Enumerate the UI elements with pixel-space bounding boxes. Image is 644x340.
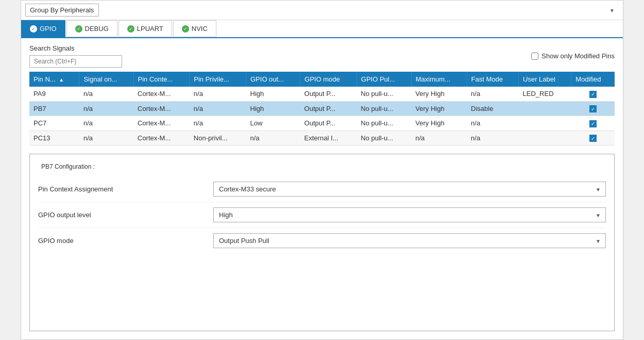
config-label-pin_context_assignment: Pin Context Assignement [38,185,213,193]
cell-modified[interactable]: ✓ [571,131,615,145]
cell-pin_context: Cortex-M... [133,131,190,145]
cell-pin_context: Cortex-M... [133,116,190,131]
table-row[interactable]: PC13n/aCortex-M...Non-privil...n/aExtern… [29,131,615,145]
tab-gpio-label: GPIO [40,25,57,33]
cell-pin_name: PC13 [29,131,79,145]
cell-pin_context: Cortex-M... [133,87,190,101]
modified-checkbox[interactable]: ✓ [589,135,597,142]
cell-gpio_pull: No pull-u... [357,131,411,145]
nvic-check-icon: ✓ [182,25,189,33]
col-pin-name[interactable]: Pin N... ▲ [29,72,79,87]
cell-pin_name: PB7 [29,101,79,116]
search-signals-label: Search Signals [29,44,122,52]
config-row-gpio_mode: GPIO modeOutput Push PullOutput Open Dra… [38,228,606,253]
cell-pin_privilege: n/a [190,101,246,116]
group-by-select[interactable]: Group By PeripheralsGroup By IPGroup By … [25,4,99,17]
tab-lpuart[interactable]: ✓ LPUART [118,20,172,37]
cell-signal_on: n/a [79,131,133,145]
show-modified-section: Show only Modified Pins [531,52,615,60]
config-label-gpio_mode: GPIO mode [38,237,213,245]
cell-user_label [519,131,571,145]
debug-check-icon: ✓ [75,25,82,33]
cell-gpio_output: High [246,101,300,116]
modified-checkbox[interactable]: ✓ [589,120,597,127]
col-user-label[interactable]: User Label [519,72,571,87]
cell-user_label [519,116,571,131]
table-container: Pin N... ▲ Signal on... Pin Conte... Pin… [21,72,623,145]
search-input[interactable] [29,55,122,68]
cell-fast_mode: n/a [467,131,518,145]
cell-signal_on: n/a [79,101,133,116]
config-select-pin_context_assignment[interactable]: Cortex-M33 secureCortex-M0+ non-secureBo… [213,182,606,197]
lpuart-check-icon: ✓ [127,25,134,33]
cell-pin_name: PA9 [29,87,79,101]
col-pin-context[interactable]: Pin Conte... [133,72,190,87]
col-pin-privilege[interactable]: Pin Privile... [190,72,246,87]
tab-nvic[interactable]: ✓ NVIC [173,20,216,37]
col-maximum[interactable]: Maximum... [411,72,467,87]
cell-gpio_pull: No pull-u... [357,116,411,131]
table-row[interactable]: PA9n/aCortex-M...n/aHighOutput P...No pu… [29,87,615,101]
tab-gpio[interactable]: ✓ GPIO [21,20,65,37]
cell-fast_mode: n/a [467,116,518,131]
cell-signal_on: n/a [79,87,133,101]
cell-pin_context: Cortex-M... [133,101,190,116]
cell-gpio_pull: No pull-u... [357,101,411,116]
cell-modified[interactable]: ✓ [571,116,615,131]
modified-checkbox[interactable]: ✓ [589,105,597,112]
sort-arrow-icon: ▲ [59,77,64,83]
cell-maximum: Very High [411,87,467,101]
gpio-check-icon: ✓ [30,25,37,33]
cell-maximum: Very High [411,101,467,116]
cell-maximum: Very High [411,116,467,131]
cell-signal_on: n/a [79,116,133,131]
cell-user_label [519,101,571,116]
cell-gpio_mode: Output P... [300,101,357,116]
col-gpio-output[interactable]: GPIO out... [246,72,300,87]
table-header-row: Pin N... ▲ Signal on... Pin Conte... Pin… [29,72,615,87]
col-gpio-mode[interactable]: GPIO mode [300,72,357,87]
cell-gpio_output: Low [246,116,300,131]
cell-pin_privilege: n/a [190,87,246,101]
cell-pin_name: PC7 [29,116,79,131]
cell-pin_privilege: Non-privil... [190,131,246,145]
config-label-gpio_output_level: GPIO output level [38,211,213,219]
col-signal-on[interactable]: Signal on... [79,72,133,87]
cell-fast_mode: Disable [467,101,518,116]
tab-debug[interactable]: ✓ DEBUG [66,20,117,37]
cell-user_label: LED_RED [519,87,571,101]
tab-lpuart-label: LPUART [137,25,163,33]
pins-table: Pin N... ▲ Signal on... Pin Conte... Pin… [29,72,615,145]
config-title: PB7 Configuration : [38,163,98,170]
cell-modified[interactable]: ✓ [571,101,615,116]
cell-gpio_pull: No pull-u... [357,87,411,101]
config-select-gpio_mode[interactable]: Output Push PullOutput Open DrainInputAn… [213,233,606,248]
tab-debug-label: DEBUG [85,25,109,33]
cell-maximum: n/a [411,131,467,145]
col-gpio-pull[interactable]: GPIO Pul... [357,72,411,87]
cell-fast_mode: n/a [467,87,518,101]
search-section: Search Signals [29,44,122,68]
tab-nvic-label: NVIC [192,25,208,33]
col-fast-mode[interactable]: Fast Mode [467,72,518,87]
cell-gpio_output: High [246,87,300,101]
cell-gpio_mode: Output P... [300,87,357,101]
search-area: Search Signals Show only Modified Pins [21,38,623,72]
cell-modified[interactable]: ✓ [571,87,615,101]
config-section: PB7 Configuration : Pin Context Assignem… [29,154,615,331]
table-row[interactable]: PC7n/aCortex-M...n/aLowOutput P...No pul… [29,116,615,131]
modified-checkbox[interactable]: ✓ [589,91,597,98]
cell-gpio_output: n/a [246,131,300,145]
cell-gpio_mode: Output P... [300,116,357,131]
table-row[interactable]: PB7n/aCortex-M...n/aHighOutput P...No pu… [29,101,615,116]
cell-gpio_mode: External I... [300,131,357,145]
config-select-gpio_output_level[interactable]: HighLow [213,207,606,222]
col-modified[interactable]: Modified [571,72,615,87]
show-modified-checkbox[interactable] [531,53,538,60]
cell-pin_privilege: n/a [190,116,246,131]
group-by-bar: Group By PeripheralsGroup By IPGroup By … [21,1,623,20]
config-row-pin_context_assignment: Pin Context AssignementCortex-M33 secure… [38,176,606,202]
tabs-bar: ✓ GPIO ✓ DEBUG ✓ LPUART ✓ NVIC [21,20,623,38]
show-modified-label: Show only Modified Pins [541,52,615,60]
config-row-gpio_output_level: GPIO output levelHighLow [38,202,606,228]
